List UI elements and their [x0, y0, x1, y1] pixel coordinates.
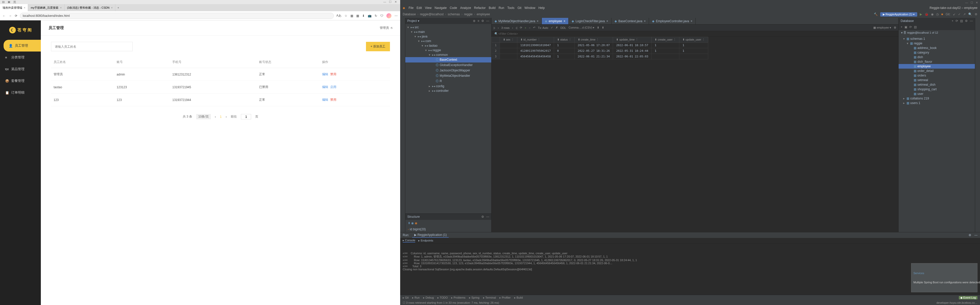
git-pull-icon[interactable]: ↙	[953, 13, 956, 16]
edit-link[interactable]: 编辑	[322, 98, 328, 102]
close-icon[interactable]: ×	[644, 19, 646, 23]
hide-icon[interactable]: —	[486, 19, 489, 23]
tree-node[interactable]: Ⓒ GlobalExceptionHandler	[405, 62, 491, 68]
sidebar-item[interactable]: 🍽菜品管理	[0, 63, 41, 75]
minimize-icon[interactable]: —	[965, 1, 968, 4]
db-tree-node[interactable]: ▦ address_book	[899, 46, 975, 50]
minimize-icon[interactable]: —	[383, 0, 387, 4]
prev-icon[interactable]: ‹	[498, 26, 499, 29]
filter-input[interactable]: 🔍 <Filter Criteria>	[492, 31, 898, 37]
status-tool[interactable]: ▸ Spring	[469, 296, 479, 299]
right-gutter[interactable]	[975, 18, 980, 232]
db-tree-node[interactable]: ▾ ▦ reggie	[899, 41, 975, 46]
console-output[interactable]: <== Columns: id, username, name, passwor…	[400, 243, 980, 295]
table-select[interactable]: ▦ employee ▾	[873, 26, 891, 29]
db-tree-node[interactable]: ▦ employee	[899, 64, 975, 68]
tree-node[interactable]: ▾ ▸◂ java	[405, 34, 491, 39]
next-icon[interactable]: ›	[226, 115, 227, 119]
status-tool[interactable]: ▸ Terminal	[483, 296, 496, 299]
grid-row[interactable]: 345645645645645645812022-06-01 21:21:342…	[492, 54, 708, 59]
menu-item[interactable]: Refactor	[474, 6, 486, 10]
commit-icon[interactable]: ✓	[551, 26, 553, 29]
db-tree-node[interactable]: ▾ ▦ schemas 1	[899, 37, 975, 41]
tree-node[interactable]: ▾ ▸◂ reggie	[405, 48, 491, 52]
search-icon[interactable]: 🔍	[968, 13, 972, 16]
os-icon[interactable]: ▣	[8, 0, 11, 4]
menu-item[interactable]: Analyze	[460, 6, 471, 10]
avatar[interactable]	[387, 13, 391, 18]
db-tree-node[interactable]: ▦ dish_flavor	[899, 59, 975, 64]
rollback-icon[interactable]: ✗	[555, 26, 558, 29]
forward-icon[interactable]: →	[9, 14, 12, 17]
add-icon[interactable]: +	[952, 19, 953, 23]
add-row-icon[interactable]: +	[525, 26, 526, 29]
column-header[interactable]: ⬍ create_user ⋮	[652, 37, 679, 43]
select-file-icon[interactable]: ⊕	[473, 19, 476, 23]
menu-item[interactable]: View	[425, 6, 431, 10]
more-icon[interactable]: ⋯	[395, 14, 398, 17]
admin-label[interactable]: 管理员 ⎋	[380, 26, 393, 30]
status-tool[interactable]: ▸ Git	[403, 296, 409, 299]
db-connection[interactable]: ▾ 🗄 reggie@localhost 1 of 12	[899, 30, 975, 35]
db-tree-node[interactable]: ▦ dish	[899, 55, 975, 59]
db-tree-node[interactable]: ▦ order_detail	[899, 68, 975, 73]
grid-row[interactable]: 111010119900101004712021-05-06 17:20:072…	[492, 43, 708, 48]
db-tree-node[interactable]: ▦ setmeal	[899, 78, 975, 83]
downloads-icon[interactable]: ⬇	[362, 14, 365, 17]
next-icon[interactable]: ›	[512, 26, 513, 29]
breadcrumb-item[interactable]: reggie@localhost	[420, 13, 444, 16]
hide-icon[interactable]: —	[970, 19, 973, 23]
menu-item[interactable]: Help	[538, 6, 545, 10]
menu-item[interactable]: Git	[517, 6, 522, 10]
menu-item[interactable]: Run	[499, 6, 504, 10]
close-icon[interactable]: ×	[690, 19, 692, 23]
menu-item[interactable]: Navigate	[434, 6, 447, 10]
status-tool[interactable]: ▸ Build	[514, 296, 523, 299]
tree-node[interactable]: ▸ ▸◂ controller	[405, 89, 491, 93]
maximize-icon[interactable]: ☐	[389, 0, 393, 4]
db-tree-node[interactable]: ▦ category	[899, 50, 975, 55]
copy-icon[interactable]: ▣	[904, 25, 907, 29]
search-input[interactable]	[51, 42, 133, 51]
toggle-link[interactable]: 禁用	[330, 72, 336, 76]
refresh-icon[interactable]: ⟳	[956, 19, 958, 23]
tree-node[interactable]: ▸ ▸◂ config	[405, 84, 491, 89]
db-tree-node[interactable]: ▦ user	[899, 92, 975, 96]
hide-icon[interactable]: —	[974, 234, 977, 237]
debug-icon[interactable]: 🐞	[924, 13, 928, 16]
run-subtab[interactable]: ▸ Endpoints	[418, 239, 433, 242]
tree-node[interactable]: ▾ ▸◂ src	[405, 25, 491, 30]
sync-icon[interactable]: ↻	[375, 14, 377, 17]
editor-tab[interactable]: ◆ MyMetaObjectHandler.java ×	[492, 18, 542, 24]
close-icon[interactable]: ×	[537, 19, 538, 23]
tree-node[interactable]: Ⓒ R	[405, 79, 491, 84]
close-icon[interactable]: ×	[60, 6, 62, 9]
breadcrumb-item[interactable]: Database	[403, 13, 416, 16]
sort-icon[interactable]: ⬍	[408, 221, 410, 225]
settings-icon[interactable]: ⚙	[975, 13, 977, 16]
filter-icon[interactable]: ▤	[960, 19, 963, 23]
ddl-label[interactable]: DDL	[560, 26, 566, 29]
page-size[interactable]: 10条/页	[196, 114, 211, 119]
services-notification[interactable]: Services Multiple Spring Boot run config…	[911, 263, 977, 292]
tree-node[interactable]: ▾ ▸◂ taotao	[405, 43, 491, 48]
breadcrumb-item[interactable]: reggie	[464, 13, 473, 16]
hide-icon[interactable]: —	[486, 215, 489, 219]
db-tree-node[interactable]: ▸ ▦ users 1	[899, 101, 975, 105]
column-header[interactable]: ⬍ status ⋮	[554, 37, 574, 43]
tree-node[interactable]: Ⓒ BaseContext	[405, 57, 491, 62]
toggle-link[interactable]: 禁用	[330, 98, 336, 102]
console-icon[interactable]: ▤	[914, 25, 917, 29]
cast-icon[interactable]: 📺	[368, 14, 372, 17]
ext-icon[interactable]: ▦	[350, 14, 353, 17]
menu-item[interactable]: Window	[525, 6, 535, 10]
structure-item[interactable]: ▫ id bigint(20)	[405, 226, 491, 232]
sidebar-item[interactable]: 📋订单明细	[0, 87, 41, 98]
hammer-icon[interactable]: 🔨	[874, 13, 878, 16]
menu-item[interactable]: File	[409, 6, 414, 10]
close-icon[interactable]: ✕	[976, 1, 978, 4]
add-icon[interactable]: +	[900, 25, 902, 29]
export-select[interactable]: Comma-…d (CSV) ▾	[569, 26, 594, 29]
browser-tab[interactable]: my手脏眯眯_百度搜索×	[28, 4, 64, 11]
gear-icon[interactable]: ⚙	[894, 26, 896, 29]
